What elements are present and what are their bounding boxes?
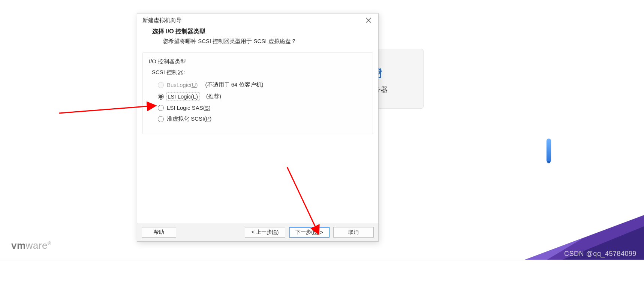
header-subtitle: 您希望将哪种 SCSI 控制器类型用于 SCSI 虚拟磁盘？: [163, 38, 363, 45]
dialog-title: 新建虚拟机向导: [142, 17, 182, 24]
option-lsi-logic-sas[interactable]: LSI Logic SAS(S): [158, 105, 367, 111]
watermark-text: CSDN @qq_45784099: [564, 250, 637, 258]
option-lsi-logic-note: (推荐): [206, 93, 221, 100]
dialog-titlebar: 新建虚拟机向导: [137, 13, 378, 27]
option-buslogic-label: BusLogic(U): [167, 82, 198, 88]
option-paravirtual-scsi[interactable]: 准虚拟化 SCSI(P): [158, 115, 367, 123]
new-vm-wizard-dialog: 新建虚拟机向导 选择 I/O 控制器类型 您希望将哪种 SCSI 控制器类型用于…: [137, 13, 379, 242]
radio-buslogic: [158, 82, 164, 88]
option-buslogic-note: (不适用于 64 位客户机): [205, 81, 264, 88]
option-lsi-logic-sas-label: LSI Logic SAS(S): [167, 105, 211, 111]
radio-lsi-logic[interactable]: [158, 94, 164, 100]
option-lsi-logic[interactable]: LSI Logic(L) (推荐): [158, 93, 367, 100]
header-title: 选择 I/O 控制器类型: [152, 28, 363, 36]
bottom-strip: [0, 260, 644, 261]
cancel-button[interactable]: 取消: [333, 227, 374, 238]
radio-lsi-logic-sas[interactable]: [158, 105, 164, 111]
option-paravirtual-scsi-label: 准虚拟化 SCSI(P): [167, 115, 211, 123]
next-button[interactable]: 下一步(N) >: [289, 227, 329, 238]
group-title: I/O 控制器类型: [149, 58, 367, 65]
vmware-logo: vmware®: [11, 240, 51, 251]
dialog-buttonbar: 帮助 < 上一步(B) 下一步(N) > 取消: [137, 223, 378, 241]
dialog-header: 选择 I/O 控制器类型 您希望将哪种 SCSI 控制器类型用于 SCSI 虚拟…: [137, 28, 378, 52]
scrollbar-thumb[interactable]: [547, 139, 551, 163]
scsi-controller-label: SCSI 控制器:: [152, 69, 367, 76]
option-buslogic: BusLogic(U) (不适用于 64 位客户机): [158, 81, 367, 88]
close-icon: [366, 18, 371, 23]
radio-paravirtual-scsi[interactable]: [158, 116, 164, 122]
help-button[interactable]: 帮助: [142, 227, 176, 238]
option-lsi-logic-label: LSI Logic(L): [167, 93, 199, 100]
close-button[interactable]: [361, 15, 376, 26]
back-button[interactable]: < 上一步(B): [245, 227, 285, 238]
io-controller-groupbox: I/O 控制器类型 SCSI 控制器: BusLogic(U) (不适用于 64…: [142, 52, 373, 134]
